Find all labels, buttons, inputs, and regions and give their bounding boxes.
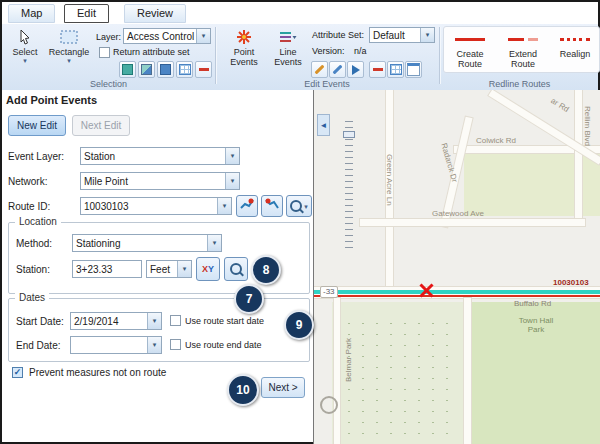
edit-events-group-label: Edit Events [215, 79, 439, 89]
group-divider [215, 27, 217, 84]
next-button[interactable]: Next > [261, 377, 305, 398]
extend-route-line-icon [508, 29, 538, 49]
station-input[interactable] [72, 260, 142, 278]
dates-legend: Dates [15, 292, 49, 303]
next-edit-button[interactable]: Next Edit [72, 115, 130, 136]
select-button[interactable]: Select ▾ [6, 27, 44, 64]
layer-dropdown[interactable]: Access Control ▾ [123, 28, 211, 44]
station-label: Station: [16, 264, 50, 275]
callout-7: 7 [234, 284, 264, 314]
park-label: Town Hall Park [510, 316, 562, 334]
ribbon-tabbar: Map Edit Review [2, 2, 598, 24]
map-canvas[interactable]: ar Rd Colwick Rd Rellim Blvd Radarck Dr … [313, 90, 600, 444]
selection-mini-icon-5[interactable] [195, 61, 212, 78]
create-route-button[interactable]: Create Route [446, 29, 494, 69]
xy-coordinates-button[interactable]: XY [196, 257, 220, 281]
line-events-button[interactable]: Line Events [268, 27, 308, 67]
rellim-blvd-road [575, 90, 582, 226]
tab-review[interactable]: Review [124, 4, 186, 23]
route-id-label: Route ID: [8, 201, 50, 212]
selection-mini-icon-1[interactable] [119, 61, 136, 78]
chevron-down-icon: ▾ [177, 261, 191, 277]
edit-mini-icon-1[interactable] [311, 61, 328, 78]
park-boundary-road [464, 298, 471, 444]
callout-8: 8 [251, 255, 281, 285]
select-route-on-map-button[interactable] [236, 195, 258, 217]
locate-route-button[interactable] [261, 195, 283, 217]
panel-collapse-button[interactable]: ◄ [317, 114, 330, 136]
attribute-set-dropdown[interactable]: Default ▾ [369, 27, 435, 43]
tab-map[interactable]: Map [8, 4, 55, 23]
return-attribute-set-label: Return attribute set [113, 47, 190, 57]
chevron-down-icon: ▾ [67, 57, 71, 64]
rectangle-select-button[interactable]: Rectangle ▾ [46, 27, 92, 64]
chevron-down-icon: ▾ [225, 148, 239, 164]
selected-route-highlight [314, 290, 600, 294]
chevron-down-icon: ▾ [196, 29, 210, 43]
layer-label: Layer: [96, 32, 121, 42]
selection-mini-icon-3[interactable] [157, 61, 174, 78]
selection-group-label: Selection [2, 79, 215, 89]
route-redline [314, 295, 600, 297]
tab-edit[interactable]: Edit [64, 4, 109, 23]
chevron-down-icon: ▾ [23, 57, 27, 64]
edit-mini-icon-6[interactable] [405, 61, 422, 78]
station-zoom-button[interactable] [224, 257, 248, 281]
road-label: Rellim Blvd [583, 106, 592, 146]
chevron-down-icon: ▾ [147, 337, 161, 353]
prevent-measures-label: Prevent measures not on route [29, 367, 166, 378]
route-id-combobox[interactable]: 10030103 ▾ [80, 197, 232, 215]
route-pick-icon [240, 197, 254, 215]
wetland-symbols [342, 318, 457, 438]
realign-route-button[interactable]: Realign [552, 29, 598, 59]
event-layer-dropdown[interactable]: Station ▾ [80, 147, 240, 165]
cul-de-sac-circle [320, 396, 338, 414]
selection-mini-icon-2[interactable] [138, 61, 155, 78]
zoom-slider-handle[interactable] [343, 131, 355, 138]
zoom-slider[interactable] [343, 121, 355, 253]
edit-mini-icon-5[interactable] [387, 61, 404, 78]
chevron-down-icon: ▾ [217, 198, 231, 214]
use-route-end-date-label: Use route end date [185, 340, 262, 350]
start-date-field[interactable]: 2/19/2014 ▾ [70, 312, 162, 330]
road-label: ar Rd [549, 96, 570, 114]
end-date-label: End Date: [16, 340, 60, 351]
line-events-icon [279, 27, 297, 47]
route-locate-icon [265, 197, 279, 215]
new-edit-button[interactable]: New Edit [8, 115, 66, 136]
extend-route-button[interactable]: Extend Route [498, 29, 548, 69]
road-label: Buffalo Rd [514, 299, 551, 308]
callout-10: 10 [227, 374, 259, 406]
group-divider [439, 27, 441, 84]
edit-mini-icon-2[interactable] [329, 61, 346, 78]
units-dropdown[interactable]: Feet ▾ [146, 260, 192, 278]
use-route-start-date-checkbox[interactable] [170, 315, 181, 326]
create-route-line-icon [455, 29, 485, 49]
ribbon: Select ▾ Rectangle ▾ Layer: Access Contr… [2, 24, 598, 91]
route-search-split-button[interactable]: ▾ [286, 195, 312, 217]
prevent-measures-checkbox[interactable]: ✓ [12, 367, 23, 378]
chevron-down-icon: ▾ [207, 235, 221, 251]
selection-mini-icon-4[interactable] [176, 61, 193, 78]
return-attribute-set-checkbox[interactable] [99, 47, 110, 58]
edit-mini-icon-4[interactable] [369, 61, 386, 78]
edit-mini-icon-3[interactable] [347, 61, 364, 78]
chevron-down-icon: ▾ [304, 203, 308, 210]
station-tick-chip: -33 [320, 286, 338, 298]
select-cursor-icon [17, 27, 33, 47]
use-route-end-date-checkbox[interactable] [170, 339, 181, 350]
event-layer-label: Event Layer: [8, 151, 64, 162]
road-label: Colwick Rd [476, 136, 516, 145]
magnifier-icon [230, 263, 242, 275]
version-value: n/a [354, 46, 367, 56]
method-dropdown[interactable]: Stationing ▾ [72, 234, 222, 252]
end-date-field[interactable]: ▾ [70, 336, 162, 354]
network-dropdown[interactable]: Mile Point ▾ [80, 172, 240, 190]
network-label: Network: [8, 176, 47, 187]
park-label: Belmar Park [344, 338, 353, 382]
road-label: Gatewood Ave [432, 209, 484, 218]
event-editor-window: Map Edit Review Select ▾ Rectangle ▾ Lay… [0, 0, 600, 444]
road-label: Green Acre Ln [385, 154, 394, 206]
point-events-button[interactable]: Point Events [222, 27, 266, 67]
zoom-slider-ticks [345, 121, 353, 253]
